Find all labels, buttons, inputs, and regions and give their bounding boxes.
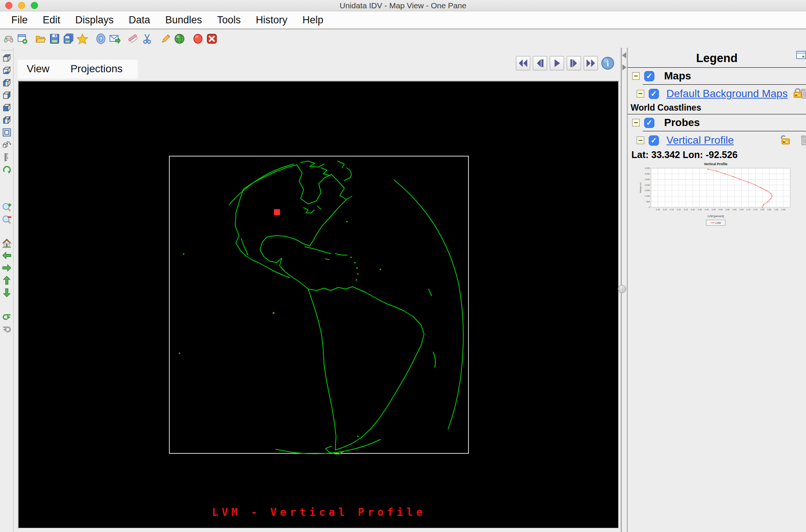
cube-bottom-icon[interactable] <box>2 65 12 76</box>
window-title: Unidata IDV - Map View - One Pane <box>0 1 806 10</box>
collapse-toggle[interactable] <box>632 119 640 126</box>
svg-text:2,000: 2,000 <box>645 184 650 186</box>
svg-text:0.40: 0.40 <box>705 208 709 211</box>
cube-right-icon[interactable] <box>2 90 12 100</box>
menu-bundles[interactable]: Bundles <box>158 14 210 26</box>
svg-text:2,500: 2,500 <box>645 178 650 181</box>
step-forward-button[interactable] <box>567 56 581 70</box>
new-window-icon[interactable] <box>16 33 28 45</box>
layer-sub-label: World Coastlines <box>628 103 806 114</box>
cube-left-icon[interactable] <box>2 115 12 125</box>
menu-data[interactable]: Data <box>121 14 158 26</box>
rotate-cube-icon[interactable] <box>2 140 12 150</box>
play-button[interactable] <box>550 56 564 70</box>
menu-tools[interactable]: Tools <box>210 14 248 26</box>
save-all-icon[interactable] <box>62 33 75 45</box>
svg-text:1,500: 1,500 <box>645 189 650 192</box>
collapse-right-icon[interactable] <box>622 64 627 70</box>
probe-latlon-label: Lat: 33.342 Lon: -92.526 <box>628 149 806 161</box>
legend-item-vertical-profile: ✓ Vertical Profile <box>628 131 806 149</box>
view-toolbar <box>0 48 14 532</box>
svg-text:0.35: 0.35 <box>698 208 702 211</box>
collapse-toggle[interactable] <box>637 90 644 97</box>
svg-text:0.45: 0.45 <box>712 208 716 211</box>
display-link-vertical-profile[interactable]: Vertical Profile <box>663 134 734 146</box>
svg-text:0.55: 0.55 <box>725 208 730 211</box>
home-icon[interactable] <box>2 238 12 248</box>
thumb-chart-legend: LVM <box>706 220 725 226</box>
go-to-start-button[interactable] <box>516 56 530 70</box>
svg-text:0.90: 0.90 <box>774 208 779 211</box>
maps-visibility-checkbox[interactable]: ✓ <box>644 71 654 81</box>
cube-front-icon[interactable] <box>2 102 12 113</box>
redo-icon[interactable] <box>2 324 12 334</box>
animation-properties-button[interactable]: i <box>601 56 615 70</box>
undo-icon[interactable] <box>2 311 12 322</box>
remove-display-icon[interactable] <box>800 134 806 147</box>
legend-panel: Legend ✓ Maps ✓ Default Background Maps <box>627 48 806 532</box>
lock-open-icon[interactable] <box>779 134 790 147</box>
go-to-end-button[interactable] <box>584 56 598 70</box>
remove-display-icon[interactable] <box>800 88 806 100</box>
arrow-right-icon[interactable] <box>2 263 12 273</box>
zoom-out-icon[interactable] <box>2 214 12 225</box>
svg-text:0.25: 0.25 <box>684 208 688 211</box>
display-visibility-checkbox[interactable]: ✓ <box>649 89 659 99</box>
tab-view[interactable]: View <box>27 63 49 75</box>
save-icon[interactable] <box>49 33 61 45</box>
close-icon[interactable] <box>206 33 218 45</box>
collapse-left-icon[interactable] <box>622 52 626 58</box>
record-icon[interactable] <box>192 33 204 45</box>
group-label-probes: Probes <box>659 117 700 129</box>
help-icon[interactable]: ? <box>95 33 107 45</box>
cut-scissors-icon[interactable] <box>141 33 153 45</box>
thumb-chart-title: Vertical Profile <box>638 162 793 166</box>
menu-file[interactable]: File <box>4 14 35 26</box>
display-link-default-background-maps[interactable]: Default Background Maps <box>663 88 788 100</box>
vertical-profile-thumbnail[interactable]: Vertical Profile 0.050.100.150.200.250.3… <box>638 162 793 226</box>
cube-back-icon[interactable] <box>2 78 12 88</box>
menu-edit[interactable]: Edit <box>35 14 68 26</box>
legend-group-maps: ✓ Maps <box>628 68 806 84</box>
title-bar: Unidata IDV - Map View - One Pane <box>0 0 806 11</box>
profile-chart-plot: 0.050.100.150.200.250.300.350.400.450.50… <box>638 166 793 214</box>
animation-controls: i <box>516 56 615 70</box>
controller-icon[interactable] <box>2 33 14 45</box>
menu-help[interactable]: Help <box>295 14 331 26</box>
split-pane-divider[interactable] <box>621 48 627 532</box>
divider-drag-handle[interactable] <box>618 285 626 293</box>
favorite-star-icon[interactable] <box>76 33 88 45</box>
menu-history[interactable]: History <box>248 14 295 26</box>
probe-marker[interactable] <box>274 209 280 215</box>
display-visibility-checkbox[interactable]: ✓ <box>649 135 659 146</box>
zoom-in-icon[interactable] <box>2 202 12 212</box>
probes-visibility-checkbox[interactable]: ✓ <box>644 118 654 128</box>
world-coastlines-layer <box>170 157 470 454</box>
arrow-up-icon[interactable] <box>2 275 12 286</box>
menu-bar: File Edit Displays Data Bundles Tools Hi… <box>0 11 806 29</box>
collapse-toggle[interactable] <box>637 137 644 144</box>
globe-icon[interactable] <box>173 33 186 45</box>
svg-text:0.95: 0.95 <box>781 208 785 211</box>
collapse-toggle[interactable] <box>632 72 640 80</box>
eraser-icon[interactable] <box>127 33 139 45</box>
svg-text:0.60: 0.60 <box>733 208 737 211</box>
tab-projections[interactable]: Projections <box>70 63 123 75</box>
arrow-down-icon[interactable] <box>2 287 12 298</box>
cube-top-icon[interactable] <box>2 53 12 63</box>
map-display-area[interactable]: LVM - Vertical Profile <box>18 81 619 529</box>
arrow-left-icon[interactable] <box>2 250 12 261</box>
publish-icon[interactable] <box>109 33 121 45</box>
step-back-button[interactable] <box>533 56 547 70</box>
spin-icon[interactable] <box>2 164 12 175</box>
ruler-icon[interactable] <box>2 152 12 163</box>
box-outline-icon[interactable] <box>2 127 12 138</box>
float-legend-icon[interactable] <box>796 51 806 59</box>
open-folder-icon[interactable] <box>35 33 47 45</box>
svg-text:0.75: 0.75 <box>753 208 757 211</box>
svg-text:0.85: 0.85 <box>767 208 771 211</box>
edit-pencil-icon[interactable] <box>160 33 172 45</box>
svg-text:3,000: 3,000 <box>645 173 650 175</box>
menu-displays[interactable]: Displays <box>68 14 121 26</box>
content-area: View Projections <box>0 48 806 532</box>
